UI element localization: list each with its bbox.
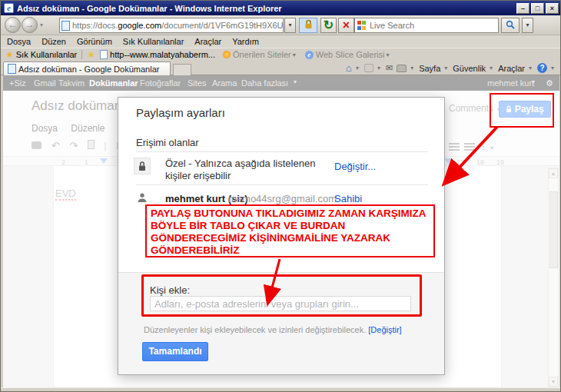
annotation-share-box (490, 93, 554, 128)
search-input[interactable] (370, 21, 485, 30)
menu-bar: Dosya Düzen Görünüm Sık Kullanılanlar Ar… (1, 35, 561, 48)
security-lock-button[interactable] (299, 18, 317, 33)
gold-lock-icon (304, 19, 313, 29)
dialog-title: Paylaşım ayarları (136, 106, 225, 119)
change-permissions-link[interactable]: [Değiştir] (368, 325, 401, 334)
menu-yardim[interactable]: Yardım (232, 37, 259, 46)
forward-button[interactable]: → (22, 17, 38, 33)
home-icon[interactable]: ⌂ (346, 62, 352, 74)
search-options-dropdown[interactable]: ▾ (522, 18, 533, 33)
print-icon[interactable] (397, 65, 407, 72)
lock-icon (138, 161, 147, 171)
url-scheme: https://docs. (72, 21, 118, 30)
window-title: Adsız doküman - Google Dokümanlar - Wind… (17, 4, 515, 13)
restore-button[interactable]: □ (531, 3, 544, 14)
annotation-input-box (141, 274, 422, 317)
address-dropdown[interactable]: ▾ (284, 18, 296, 33)
tab-title: Adsız doküman - Google Dokümanlar (18, 65, 159, 74)
done-button[interactable]: Tamamlandı (142, 342, 208, 361)
ie-logo-icon: e (4, 3, 14, 13)
owner-role[interactable]: Sahibi (334, 193, 362, 204)
who-has-access-label: Erişimi olanlar (136, 137, 199, 148)
annotation-text-box: PAYLAŞ BUTONUNA TIKLADIGIMIZ ZAMAN KARŞI… (145, 204, 435, 257)
back-button[interactable]: ← (5, 17, 21, 33)
menu-gorunum[interactable]: Görünüm (77, 37, 112, 46)
access-level-text: Özel - Yalnızca aşağıda listelenen kişil… (165, 158, 338, 182)
close-button[interactable]: × (546, 3, 559, 14)
chevron-down-icon[interactable]: ▾ (356, 65, 359, 71)
windows-flag-icon (357, 21, 367, 30)
tab-page-icon (8, 64, 16, 74)
page-icon (61, 21, 70, 31)
live-search-box[interactable] (354, 18, 499, 33)
tools-menu[interactable]: Araçlar (498, 64, 525, 73)
favorites-bar: ★ Sık Kullanılanlar ★ http--www.malatyah… (1, 48, 561, 61)
add-favorite-icon[interactable]: ★ (87, 49, 95, 60)
help-icon[interactable]: ? (537, 63, 547, 73)
change-access-link[interactable]: Değiştir... (334, 161, 376, 172)
feeds-icon[interactable] (364, 64, 373, 72)
favorites-label[interactable]: Sık Kullanılanlar (16, 50, 78, 59)
tab-bar: Adsız doküman - Google Dokümanlar ⌂▾ ▾ ✉… (1, 61, 561, 75)
owner-email: memo44srg@gmail.com (228, 193, 337, 204)
divider (136, 151, 428, 152)
favorites-star-icon[interactable]: ★ (5, 49, 14, 60)
tab-adsiz-dokuman[interactable]: Adsız doküman - Google Dokümanlar (3, 61, 171, 75)
browser-window: e Adsız doküman - Google Dokümanlar - Wi… (0, 0, 561, 392)
menu-duzen[interactable]: Düzen (41, 37, 66, 46)
menu-araclar[interactable]: Araçlar (194, 37, 221, 46)
private-lock-iconbox (134, 158, 151, 174)
url-path: /document/d/1VF6mG19tH9X6UQPQNqOTiEwP-ny… (161, 21, 284, 30)
person-icon (137, 192, 148, 203)
web-slice-icon: e (305, 51, 314, 59)
favorite-site-icon (100, 50, 108, 59)
favorite-link-onerilen[interactable]: Önerilen Siteler (233, 50, 291, 59)
menu-sik-kullanilanlar[interactable]: Sık Kullanılanlar (123, 37, 184, 46)
security-menu[interactable]: Güvenlik (453, 64, 486, 73)
favorite-link-malatyahaber[interactable]: http--www.malatyahaberm... (110, 50, 215, 59)
minimize-button[interactable]: – (516, 3, 529, 14)
read-mail-icon[interactable]: ✉ (386, 63, 393, 73)
refresh-button[interactable]: ↻ (320, 18, 337, 33)
stop-button[interactable]: × (338, 18, 354, 33)
chevron-down-icon[interactable]: ▾ (444, 65, 447, 71)
chevron-down-icon[interactable]: ▾ (551, 65, 554, 71)
chevron-down-icon[interactable]: ▾ (377, 65, 380, 71)
divider (81, 50, 82, 59)
command-bar: ⌂▾ ▾ ✉ ▾ Sayfa▾ Güvenlik▾ Araçlar▾ ?▾ (342, 61, 556, 75)
editors-note-text: Düzenleyenler kişi ekleyebilecek ve izin… (144, 325, 366, 334)
new-tab-button[interactable] (173, 64, 191, 75)
suggested-sites-icon (223, 51, 231, 58)
chevron-down-icon[interactable]: ▾ (293, 51, 296, 58)
menu-dosya[interactable]: Dosya (7, 37, 31, 46)
chevron-down-icon[interactable]: ▾ (529, 65, 532, 71)
chevron-down-icon[interactable]: ▾ (410, 65, 413, 71)
url-domain: google.com (118, 21, 161, 30)
chevron-down-icon[interactable]: ▾ (386, 51, 389, 58)
editors-note: Düzenleyenler kişi ekleyebilecek ve izin… (144, 325, 402, 334)
chevron-down-icon[interactable]: ▾ (490, 65, 493, 71)
address-toolbar: ← → ▾ https://docs.google.com/document/d… (1, 15, 561, 35)
address-bar[interactable]: https://docs.google.com/document/d/1VF6m… (59, 18, 284, 33)
divider (136, 184, 428, 185)
status-bar (1, 387, 561, 392)
history-dropdown-icon[interactable]: ▾ (40, 22, 43, 28)
favorite-link-webslice[interactable]: Web Slice Galerisi (316, 50, 385, 59)
magnifier-icon (506, 20, 515, 29)
title-bar: e Adsız doküman - Google Dokümanlar - Wi… (1, 1, 561, 15)
page-menu[interactable]: Sayfa (419, 64, 440, 73)
search-go-button[interactable] (501, 18, 520, 33)
